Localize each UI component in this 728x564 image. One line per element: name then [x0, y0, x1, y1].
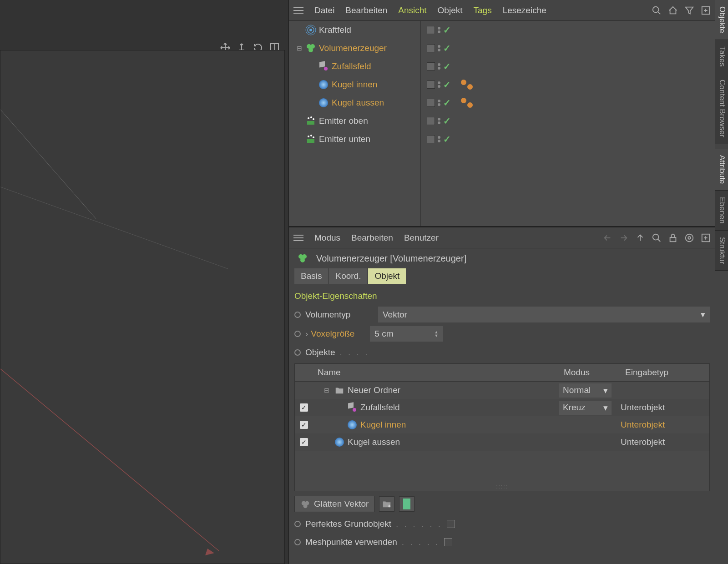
lock-icon[interactable] — [668, 233, 678, 243]
add-icon[interactable] — [701, 233, 711, 243]
dropdown-volumentyp[interactable]: Vektor ▾ — [378, 307, 710, 322]
visibility-dots-icon[interactable] — [438, 136, 440, 142]
tree-label[interactable]: Emitter oben — [319, 116, 368, 126]
viewport-panel[interactable] — [0, 0, 289, 564]
sidetab-ebenen[interactable]: Ebenen — [715, 191, 728, 231]
sidetab-content[interactable]: Content Browser — [715, 73, 728, 144]
enabled-check-icon[interactable]: ✓ — [443, 134, 451, 145]
menu-benutzer[interactable]: Benutzer — [404, 233, 439, 243]
expander-icon[interactable]: ⊟ — [296, 45, 303, 52]
layer-color-icon[interactable] — [427, 26, 435, 34]
enabled-check-icon[interactable]: ✓ — [443, 116, 451, 126]
home-icon[interactable] — [668, 5, 678, 15]
row-checkbox[interactable]: ✓ — [300, 438, 308, 446]
tree-row[interactable]: Zufallsfeld — [289, 57, 420, 76]
menu-lesezeiche[interactable]: Lesezeiche — [503, 5, 546, 15]
layer-color-icon[interactable] — [427, 44, 435, 52]
menu-tags[interactable]: Tags — [474, 5, 492, 15]
visibility-dots-icon[interactable] — [438, 81, 440, 88]
tree-row[interactable]: Kugel innen — [289, 76, 420, 94]
back-icon[interactable] — [602, 233, 612, 243]
enabled-check-icon[interactable]: ✓ — [443, 61, 451, 72]
visibility-row[interactable]: ✓ — [421, 21, 457, 39]
visibility-row[interactable]: ✓ — [421, 112, 457, 130]
anim-bullet-icon[interactable] — [294, 539, 301, 545]
tab-koord[interactable]: Koord. — [329, 268, 367, 284]
layer-color-icon[interactable] — [427, 81, 435, 89]
hamburger-icon[interactable] — [293, 7, 303, 14]
tree-row[interactable]: Emitter unten — [289, 130, 420, 148]
sidetab-objekte[interactable]: Objekte — [715, 0, 728, 40]
search-icon[interactable] — [652, 5, 662, 15]
add-icon[interactable] — [701, 5, 711, 15]
material-tag-icon[interactable] — [467, 84, 473, 90]
layer-color-icon[interactable] — [427, 99, 435, 107]
expand-arrow-icon[interactable]: › — [305, 329, 308, 339]
anim-bullet-icon[interactable] — [294, 349, 301, 356]
subtable-row[interactable]: ✓ZufallsfeldKreuz▾Unterobjekt — [295, 399, 709, 416]
search-icon[interactable] — [652, 233, 662, 243]
enabled-check-icon[interactable]: ✓ — [443, 25, 451, 35]
smooth-vector-button[interactable]: Glätten Vektor — [294, 496, 374, 512]
tree-row[interactable]: Kugel aussen — [289, 94, 420, 112]
layer-color-icon[interactable] — [427, 62, 435, 70]
subtable-row[interactable]: ✓Kugel innenUnterobjekt — [295, 416, 709, 433]
row-name[interactable]: Kugel innen — [360, 420, 406, 430]
menu-bearbeiten[interactable]: Bearbeiten — [345, 5, 387, 15]
enabled-check-icon[interactable]: ✓ — [443, 43, 451, 54]
row-name[interactable]: Zufallsfeld — [360, 403, 400, 413]
material-tag-icon[interactable] — [467, 102, 473, 108]
checkbox-meshpunkte[interactable] — [444, 538, 452, 546]
add-folder-button[interactable] — [379, 496, 394, 512]
mode-dropdown[interactable]: Kreuz▾ — [559, 401, 612, 415]
row-name[interactable]: Kugel aussen — [348, 437, 400, 447]
tree-label[interactable]: Kugel innen — [332, 80, 377, 90]
menu-modus[interactable]: Modus — [314, 233, 340, 243]
anim-bullet-icon[interactable] — [294, 312, 301, 318]
material-tag-icon[interactable] — [461, 80, 466, 85]
menu-objekt[interactable]: Objekt — [438, 5, 463, 15]
visibility-dots-icon[interactable] — [438, 63, 440, 70]
row-checkbox[interactable]: ✓ — [300, 403, 308, 412]
tree-label[interactable]: Volumenerzeuger — [319, 43, 387, 53]
viewport-3d[interactable] — [0, 50, 285, 564]
tree-label[interactable]: Kugel aussen — [332, 98, 384, 108]
hamburger-icon[interactable] — [293, 235, 303, 241]
visibility-row[interactable]: ✓ — [421, 130, 457, 148]
tab-objekt[interactable]: Objekt — [368, 268, 406, 284]
up-icon[interactable] — [635, 233, 645, 243]
visibility-dots-icon[interactable] — [438, 100, 440, 106]
spinner-arrows-icon[interactable]: ▲▼ — [434, 330, 438, 337]
anim-bullet-icon[interactable] — [294, 521, 301, 527]
menu-datei[interactable]: Datei — [314, 5, 334, 15]
tree-label[interactable]: Emitter unten — [319, 134, 370, 144]
visibility-row[interactable]: ✓ — [421, 39, 457, 57]
visibility-row[interactable]: ✓ — [421, 57, 457, 76]
mode-dropdown[interactable]: Normal▾ — [559, 383, 612, 398]
menu-ansicht[interactable]: Ansicht — [398, 5, 426, 15]
tree-label[interactable]: Zufallsfeld — [332, 61, 371, 71]
row-name[interactable]: Neuer Ordner — [348, 385, 400, 395]
row-checkbox[interactable]: ✓ — [300, 421, 308, 429]
resize-grip-icon[interactable]: ::::: — [295, 483, 709, 491]
enabled-check-icon[interactable]: ✓ — [443, 79, 451, 90]
preset-button[interactable] — [399, 496, 415, 512]
menu-bearbeiten[interactable]: Bearbeiten — [351, 233, 393, 243]
layer-color-icon[interactable] — [427, 117, 435, 125]
sidetab-attribute[interactable]: Attribute — [715, 149, 728, 191]
visibility-row[interactable]: ✓ — [421, 94, 457, 112]
enabled-check-icon[interactable]: ✓ — [443, 97, 451, 108]
visibility-dots-icon[interactable] — [438, 27, 440, 33]
subtable-row[interactable]: ✓Kugel aussenUnterobjekt — [295, 433, 709, 451]
visibility-row[interactable]: ✓ — [421, 76, 457, 94]
sidetab-takes[interactable]: Takes — [715, 40, 728, 73]
layer-color-icon[interactable] — [427, 135, 435, 143]
tree-row[interactable]: Kraftfeld — [289, 21, 420, 39]
sidetab-struktur[interactable]: Struktur — [715, 231, 728, 271]
checkbox-perfekt[interactable] — [447, 520, 455, 528]
filter-icon[interactable] — [684, 5, 694, 15]
visibility-dots-icon[interactable] — [438, 118, 440, 124]
subtable-row[interactable]: ⊟Neuer OrdnerNormal▾ — [295, 382, 709, 399]
tree-row[interactable]: Emitter oben — [289, 112, 420, 130]
tree-row[interactable]: ⊟Volumenerzeuger — [289, 39, 420, 57]
